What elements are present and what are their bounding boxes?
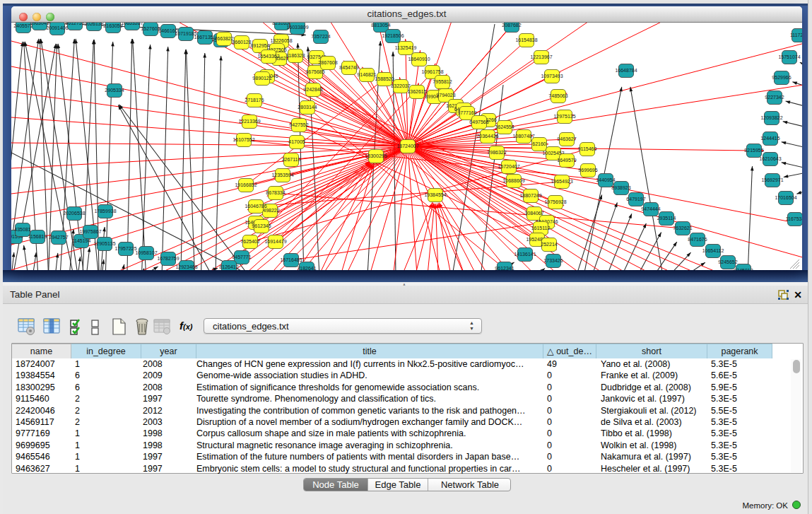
svg-text:9245012: 9245012	[734, 268, 753, 270]
svg-text:252214: 252214	[541, 242, 557, 247]
svg-text:9794028: 9794028	[436, 93, 455, 98]
svg-text:2867608: 2867608	[318, 60, 337, 65]
svg-text:19654923: 19654923	[551, 179, 572, 184]
svg-text:15716485: 15716485	[280, 257, 302, 262]
svg-text:9115460: 9115460	[578, 146, 597, 151]
svg-text:8938923: 8938923	[611, 185, 630, 190]
svg-text:7955812: 7955812	[433, 79, 452, 84]
svg-text:9612341: 9612341	[495, 266, 514, 270]
svg-text:15720407: 15720407	[498, 164, 519, 169]
svg-text:15751074: 15751074	[778, 54, 800, 59]
svg-text:9612345: 9612345	[252, 223, 271, 228]
svg-text:20091406: 20091406	[46, 25, 68, 30]
svg-text:8215955: 8215955	[744, 148, 763, 153]
svg-text:19166852: 19166852	[235, 182, 257, 187]
svg-text:8660128: 8660128	[232, 40, 251, 45]
svg-text:19975867: 19975867	[79, 229, 101, 234]
svg-text:8471676: 8471676	[688, 237, 707, 242]
svg-text:20364436: 20364436	[476, 134, 498, 139]
svg-text:10653267: 10653267	[121, 23, 143, 25]
svg-text:18300295: 18300295	[365, 153, 387, 158]
svg-text:16046786: 16046786	[245, 204, 266, 209]
svg-text:1440954: 1440954	[596, 177, 615, 182]
svg-text:10973493: 10973493	[541, 74, 563, 78]
svg-text:9529966: 9529966	[772, 75, 791, 80]
svg-text:13226058: 13226058	[270, 38, 292, 43]
svg-text:16648784: 16648784	[615, 68, 637, 73]
svg-text:12353594: 12353594	[271, 173, 293, 177]
svg-text:18724007: 18724007	[396, 144, 418, 148]
svg-text:2942757: 2942757	[49, 235, 68, 240]
svg-text:19756928: 19756928	[544, 199, 566, 204]
svg-text:10958107: 10958107	[135, 250, 157, 255]
svg-text:12213369: 12213369	[238, 119, 260, 124]
svg-text:7632621: 7632621	[673, 226, 692, 230]
svg-text:18640910: 18640910	[408, 57, 430, 62]
svg-text:435081: 435081	[14, 227, 30, 232]
svg-text:7182641: 7182641	[297, 266, 316, 270]
svg-text:10688609: 10688609	[502, 178, 524, 183]
svg-text:1733426: 1733426	[543, 258, 563, 263]
svg-text:9146821: 9146821	[357, 72, 376, 77]
svg-text:6497568: 6497568	[469, 119, 488, 124]
svg-text:9457771: 9457771	[232, 255, 251, 259]
svg-text:9890121: 9890121	[252, 76, 271, 81]
svg-text:1145194: 1145194	[72, 238, 91, 243]
svg-text:7986322: 7986322	[487, 150, 506, 155]
svg-text:3084067: 3084067	[524, 211, 543, 216]
svg-text:17016504: 17016504	[775, 195, 796, 200]
svg-text:10654112: 10654112	[702, 248, 724, 253]
svg-text:9474444: 9474444	[641, 206, 660, 211]
svg-text:1244415: 1244415	[760, 136, 779, 141]
svg-text:8678334: 8678334	[266, 190, 285, 195]
svg-text:8126412: 8126412	[219, 264, 238, 269]
svg-text:1615112: 1615112	[531, 226, 551, 230]
svg-text:10961758: 10961758	[421, 69, 443, 74]
svg-text:3624554: 3624554	[495, 124, 514, 129]
svg-text:16107552: 16107552	[233, 137, 254, 142]
svg-text:19218506: 19218506	[382, 33, 404, 38]
svg-text:12905135: 12905135	[93, 241, 115, 246]
svg-text:7663822: 7663822	[214, 36, 233, 41]
svg-text:417005: 417005	[288, 139, 305, 144]
svg-text:8322037: 8322037	[391, 83, 410, 88]
svg-text:16154838: 16154838	[515, 37, 537, 42]
svg-text:1649579: 1649579	[557, 158, 576, 163]
svg-text:1026138: 1026138	[84, 23, 103, 26]
svg-text:9427552: 9427552	[289, 122, 308, 127]
svg-text:7485063: 7485063	[548, 93, 567, 98]
svg-text:12975135: 12975135	[553, 114, 575, 119]
svg-text:1117204: 1117204	[790, 33, 802, 37]
svg-text:2087682: 2087682	[502, 23, 521, 28]
svg-text:17957225: 17957225	[114, 246, 136, 251]
svg-text:3675685: 3675685	[305, 69, 324, 74]
svg-text:7625402: 7625402	[240, 239, 259, 244]
svg-text:16210643: 16210643	[759, 156, 781, 161]
svg-text:20206538: 20206538	[63, 211, 85, 216]
svg-text:11325419: 11325419	[395, 45, 417, 50]
svg-text:9242848: 9242848	[303, 87, 322, 92]
svg-text:18807249: 18807249	[519, 193, 541, 198]
svg-text:12213967: 12213967	[530, 54, 552, 59]
svg-text:12093822: 12093822	[760, 115, 782, 120]
svg-text:2935114: 2935114	[657, 216, 676, 221]
svg-text:9777169: 9777169	[457, 110, 476, 115]
svg-text:9463627: 9463627	[557, 136, 576, 141]
svg-text:8454749: 8454749	[339, 65, 358, 70]
svg-text:2163059: 2163059	[103, 23, 122, 28]
svg-text:17859938: 17859938	[94, 209, 116, 214]
svg-text:16543362: 16543362	[257, 54, 279, 59]
svg-text:9227342: 9227342	[765, 95, 784, 100]
svg-text:16033809: 16033809	[286, 25, 308, 30]
svg-text:15692971: 15692971	[761, 177, 783, 182]
svg-text:7357224: 7357224	[311, 34, 330, 39]
svg-text:16782759: 16782759	[157, 256, 179, 261]
svg-text:9699695: 9699695	[578, 168, 597, 173]
svg-text:19384554: 19384554	[424, 192, 446, 197]
svg-text:8912954: 8912954	[250, 43, 269, 48]
svg-text:2905334: 2905334	[105, 88, 124, 93]
svg-text:3267110: 3267110	[282, 157, 301, 162]
svg-text:6479197: 6479197	[626, 197, 645, 201]
svg-text:1156819: 1156819	[28, 234, 47, 239]
svg-text:1588520: 1588520	[375, 76, 394, 81]
